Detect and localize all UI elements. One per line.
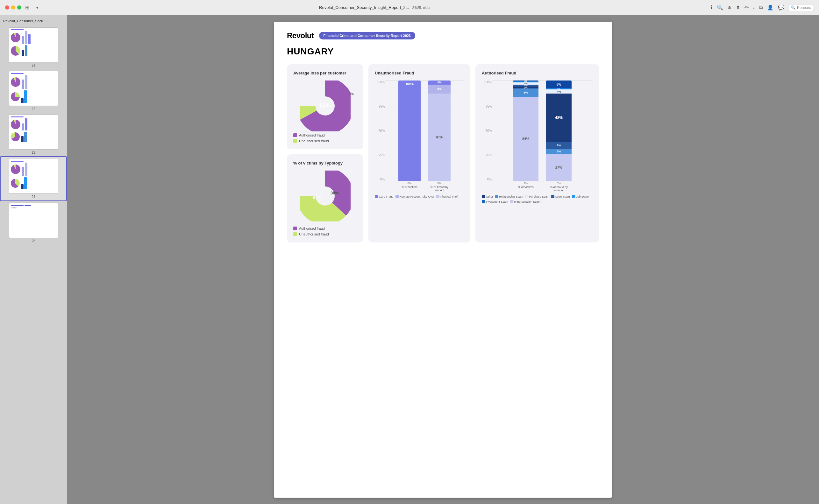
page-num-22: 22 <box>31 107 35 111</box>
auth-b2-48: 48% <box>555 115 563 120</box>
revolut-logo: Revolut <box>287 31 314 40</box>
typology-pie: 62% 38% <box>300 171 351 221</box>
minimize-button[interactable] <box>11 5 15 10</box>
auth-b2-8: 8% <box>556 83 561 86</box>
chevron-icon[interactable]: › <box>753 5 755 11</box>
page-num-23: 23 <box>31 151 35 154</box>
info-icon[interactable]: ℹ <box>711 4 712 11</box>
auth-inv-dot <box>482 200 485 203</box>
country-title: HUNGARY <box>287 46 599 57</box>
zoom-out-icon[interactable]: 🔍 <box>717 4 723 11</box>
unauth2-dot <box>293 232 297 236</box>
unauth-x1: % of Victims <box>398 185 421 192</box>
svg-text:62%: 62% <box>313 195 321 200</box>
typology-legend: Authorised fraud Unauthorised fraud <box>293 227 357 236</box>
auth-inv-label: Investment Scam <box>486 200 508 203</box>
maximize-button[interactable] <box>17 5 21 10</box>
unauth-y-axis: 100% 75% 50% 25% 0% <box>375 81 385 189</box>
unauth-legend-card: Card Fraud <box>375 195 394 198</box>
svg-text:38%: 38% <box>331 191 339 195</box>
sidebar-item-24[interactable]: 24 <box>0 156 67 201</box>
auth-bar2: 27% 5% 7% <box>546 81 571 181</box>
auth-b1-imp: 84% <box>513 97 538 181</box>
auth-y-50: 50% <box>486 129 492 133</box>
unauth-seg-physical: 87% <box>428 94 451 181</box>
authorised-chart-area: 100% 75% 50% 25% 0% <box>482 81 592 192</box>
auth-bottom-0: 0% <box>546 182 571 185</box>
page-indicator: 24/25. oldal <box>412 6 430 10</box>
legend-authorised: Authorised fraud <box>293 133 357 137</box>
auth-imp-dot <box>510 200 513 203</box>
legend-unauthorised-label: Unauthorised fraud <box>299 139 329 143</box>
unauth-bars: 100% 87% <box>385 81 464 181</box>
auth-legend: Other Relationship Scam Purchase Scam <box>482 195 592 203</box>
authorised-title: Authorised Fraud <box>482 71 592 75</box>
search-icon: 🔍 <box>791 5 796 10</box>
auth-y-axis: 100% 75% 50% 25% 0% <box>482 81 492 189</box>
charts-left: Average loss per customer 92% 8% <box>287 64 363 242</box>
auth-bottom-2a: 2% <box>513 182 538 185</box>
auth2-dot <box>293 227 297 230</box>
user-icon[interactable]: 👤 <box>767 4 774 11</box>
unauth-bottom-0-2: 0% <box>428 182 451 185</box>
auth-bar2-group: 27% 5% 7% <box>546 81 571 181</box>
unauth-legend-physical: Physical Theft <box>436 195 458 198</box>
close-button[interactable] <box>5 5 9 10</box>
report-badge: Financial Crime and Consumer Security Re… <box>319 32 415 39</box>
auth-loan-label: Loan Scam <box>555 195 570 198</box>
sidebar-item-25[interactable]: text text 25 <box>0 201 67 245</box>
sidebar: Revolut_Consumer_Secu... <box>0 15 67 504</box>
unauth-bar1-group: 100% <box>398 81 421 181</box>
auth-other-label: Other <box>486 195 493 198</box>
unauth-card-label: Card Fraud <box>379 195 394 198</box>
window-icon[interactable]: ⧉ <box>759 5 763 11</box>
sidebar-toggle-icon[interactable]: ⊞ <box>25 4 31 11</box>
auth-x2: % of Fraud by amount <box>546 185 571 192</box>
comment-icon[interactable]: 💬 <box>778 4 784 11</box>
typology-title: % of victims by Typology <box>293 161 357 165</box>
auth-b1-84: 84% <box>522 137 529 141</box>
auth-pur-dot <box>525 195 528 198</box>
auth-b2-5: 5% <box>556 150 561 153</box>
search-box[interactable]: 🔍 Keresés <box>788 4 814 11</box>
unauthorised-chart-area: 100% 75% 50% 25% 0% <box>375 81 464 192</box>
chevron-down-icon[interactable]: ▼ <box>35 5 39 10</box>
sidebar-item-23[interactable]: 23 <box>0 113 67 156</box>
auth-rel-label: Relationship Scam <box>499 195 523 198</box>
y-0: 0% <box>381 178 385 181</box>
sidebar-item-21[interactable]: 21 <box>0 25 67 69</box>
page-thumb-21 <box>9 27 58 62</box>
unauth-physical-dot <box>436 195 439 198</box>
auth-y-0: 0% <box>487 178 492 181</box>
auth-bottom-labels: 2% 0% <box>492 182 592 185</box>
pen-icon[interactable]: ✏ <box>745 4 749 11</box>
avg-loss-legend: Authorised fraud Unauthorised fraud <box>293 133 357 143</box>
page-num-21: 21 <box>31 64 35 67</box>
auth-legend-pur: Purchase Scam <box>525 195 549 198</box>
avg-loss-pie: 92% <box>300 81 351 131</box>
legend-unauth2: Unauthorised fraud <box>293 232 357 236</box>
auth-job-dot <box>572 195 575 198</box>
share-icon[interactable]: ⬆ <box>736 4 740 11</box>
auth-legend-rel: Relationship Scam <box>495 195 523 198</box>
auth-x-labels: % of Victims % of Fraud by amount <box>492 185 592 192</box>
authorised-dot <box>293 133 297 137</box>
auth-bars-container: 84% 8% 2% <box>492 81 592 192</box>
unauth-seg-card: 4% <box>428 81 451 85</box>
auth-legend-other: Other <box>482 195 493 198</box>
zoom-in-icon[interactable]: ⊕ <box>728 5 732 10</box>
page-num-25: 25 <box>31 239 35 243</box>
unauth-remote-label: Remote Account Take Over <box>400 195 434 198</box>
svg-text:92%: 92% <box>319 102 331 109</box>
auth-loan-dot <box>551 195 554 198</box>
legend-auth2-label: Authorised fraud <box>299 227 325 230</box>
sidebar-item-22[interactable]: 22 <box>0 69 67 113</box>
unauth-bar2-group: 87% 9% 4% <box>428 81 451 181</box>
unauth-bars-container: 100% 87% <box>385 81 464 192</box>
document-filename: Revolut_Consumer_Security_Insight_Report… <box>319 5 409 10</box>
page-thumb-23 <box>9 115 58 150</box>
auth-y-75: 75% <box>486 105 492 108</box>
toolbar-center: Revolut_Consumer_Security_Insight_Report… <box>43 5 707 10</box>
unauth-physical-label: Physical Theft <box>440 195 458 198</box>
unauth-bar2: 87% 9% 4% <box>428 81 451 181</box>
